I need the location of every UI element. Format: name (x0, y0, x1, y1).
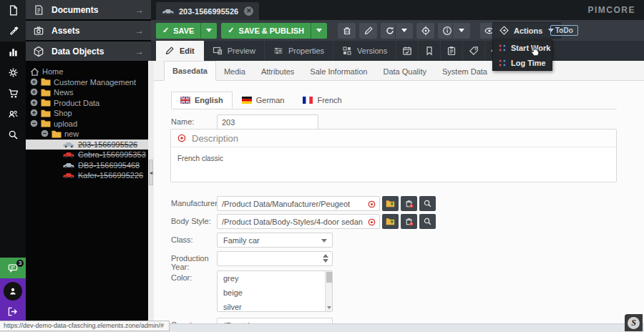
tab-preview[interactable]: Preview (204, 41, 265, 61)
collapse-minus-icon[interactable] (41, 130, 49, 138)
rail-ecommerce-button[interactable] (0, 83, 26, 104)
accordion-header-data-objects[interactable]: Data Objects→ (26, 42, 151, 61)
save-publish-dropdown-button[interactable] (311, 23, 327, 39)
accordion-header-documents[interactable]: Documents→ (26, 0, 151, 19)
name-input[interactable]: 203 (217, 114, 318, 130)
tree-item[interactable]: Home (26, 67, 151, 77)
rail-notifications-button[interactable]: 3 (0, 258, 26, 278)
open-relation-button[interactable] (382, 214, 399, 229)
description-title: Description (192, 133, 238, 144)
rail-search-button[interactable] (0, 125, 26, 145)
expand-plus-icon[interactable] (30, 88, 39, 97)
schedule-button[interactable] (396, 41, 419, 61)
open-relation-button[interactable] (382, 196, 399, 211)
tab-data-quality[interactable]: Data Quality (375, 62, 434, 81)
check-icon: ✓ (162, 26, 169, 35)
search-icon (7, 129, 19, 141)
rail-documents-button[interactable] (0, 0, 26, 21)
logout-button[interactable] (6, 306, 19, 318)
expand-plus-icon[interactable] (30, 109, 39, 117)
cube-icon (33, 46, 52, 57)
delete-button[interactable] (338, 23, 356, 39)
listbox-scrollbar[interactable] (325, 271, 332, 311)
tree-item[interactable]: Cobra-1566995353 (26, 150, 151, 160)
tab-edit[interactable]: Edit (156, 41, 204, 61)
info-dropdown-button[interactable] (452, 23, 470, 39)
collapse-handle-icon[interactable]: ◄ (149, 160, 153, 185)
tree-item-label: Kafer-1566995226 (78, 171, 147, 180)
tree-item[interactable]: 203-1566995526 (26, 140, 151, 150)
production-year-input[interactable] (217, 251, 333, 266)
tree-item[interactable]: News (26, 87, 151, 98)
tab-system-data[interactable]: System Data (434, 62, 495, 81)
expand-plus-icon[interactable] (30, 99, 39, 107)
expand-plus-icon[interactable] (30, 78, 39, 87)
menu-item-start-work[interactable]: Start Work (493, 40, 552, 55)
collapse-minus-icon[interactable] (30, 119, 39, 128)
bookmark-button[interactable] (419, 41, 441, 61)
tree-item[interactable]: Product Data (26, 98, 151, 109)
color-listbox[interactable]: greybeigesilver (217, 270, 333, 312)
panel-splitter[interactable]: ◄ (148, 61, 154, 323)
color-option[interactable]: silver (218, 300, 332, 312)
search-relation-button[interactable] (419, 196, 436, 211)
notes-button[interactable] (441, 41, 463, 61)
save-publish-label: SAVE & PUBLISH (239, 26, 304, 35)
color-option[interactable]: grey (218, 271, 332, 285)
save-button[interactable]: ✓SAVE (156, 23, 217, 39)
scrollbar-thumb[interactable] (326, 272, 332, 283)
rail-users-button[interactable] (0, 104, 26, 125)
tree-item[interactable]: upload (26, 119, 151, 130)
menu-item-log-time[interactable]: Log Time (493, 55, 552, 70)
tab-versions[interactable]: Versions (333, 41, 396, 61)
manufacturer-input[interactable]: /Product Data/Manufacturer/Peugeot (217, 196, 380, 211)
remove-relation-button[interactable] (401, 214, 417, 229)
tree-item[interactable]: new (26, 129, 151, 140)
accordion-label: Assets (52, 26, 135, 36)
color-label: Color: (171, 270, 217, 282)
accordion-header-assets[interactable]: Assets→ (26, 21, 151, 40)
rail-reports-button[interactable] (0, 42, 26, 62)
remove-relation-button[interactable] (401, 196, 417, 211)
description-value[interactable]: French classic (171, 147, 616, 170)
tree-item[interactable]: DB3-1566995468 (26, 160, 151, 171)
language-tab-german[interactable]: German (233, 92, 294, 108)
rail-tools-button[interactable] (0, 21, 26, 42)
tab-basedata[interactable]: Basedata (164, 61, 216, 81)
search-relation-button[interactable] (419, 214, 436, 229)
tree-item[interactable]: Customer Management (26, 77, 151, 88)
workflow-status-badge[interactable]: ToDo (550, 25, 578, 36)
tree-item-label: Cobra-1566995353 (78, 150, 150, 159)
tab-attributes[interactable]: Attributes (253, 62, 302, 81)
reload-dropdown-button[interactable] (395, 23, 413, 39)
rail-settings-button[interactable] (0, 62, 26, 83)
body-style-input[interactable]: /Product Data/Body-Styles/4-door sedan (217, 214, 380, 229)
tree-item-label: Customer Management (54, 78, 140, 87)
save-publish-button[interactable]: ✓SAVE & PUBLISH (221, 23, 327, 39)
arrow-right-icon: → (135, 47, 144, 57)
tab-properties[interactable]: Properties (265, 41, 333, 61)
class-select[interactable]: Family car (217, 233, 333, 248)
tree-item[interactable]: Kafer-1566995226 (26, 170, 151, 181)
scrollbar-down-icon[interactable] (326, 305, 332, 311)
tags-button[interactable] (463, 41, 485, 61)
locate-in-tree-button[interactable] (416, 23, 434, 39)
data-tab-strip: BasedataMediaAttributesSale InformationD… (154, 61, 644, 81)
save-dropdown-button[interactable] (200, 23, 217, 39)
screen-icon (213, 46, 228, 56)
profiler-toolbar-button[interactable]: S (625, 314, 643, 331)
language-tab-french[interactable]: French (293, 92, 351, 108)
language-tab-english[interactable]: English (171, 92, 233, 108)
open-object-tab[interactable]: 203-1566995526 ✕ (156, 2, 259, 20)
tab-sale-information[interactable]: Sale Information (302, 62, 375, 81)
color-option[interactable]: beige (218, 285, 332, 300)
user-avatar[interactable] (4, 282, 22, 301)
country-select[interactable]: (Empty) (217, 318, 333, 323)
status-url-tooltip: https://dev-demo-data-cfasching.elements… (0, 321, 170, 331)
tab-media[interactable]: Media (216, 62, 253, 81)
tree-item[interactable]: Shop (26, 108, 151, 119)
description-header[interactable]: Description (171, 130, 616, 147)
rename-button[interactable] (359, 23, 377, 39)
spinner-arrows-icon[interactable] (323, 254, 328, 263)
close-tab-icon[interactable]: ✕ (244, 6, 253, 16)
